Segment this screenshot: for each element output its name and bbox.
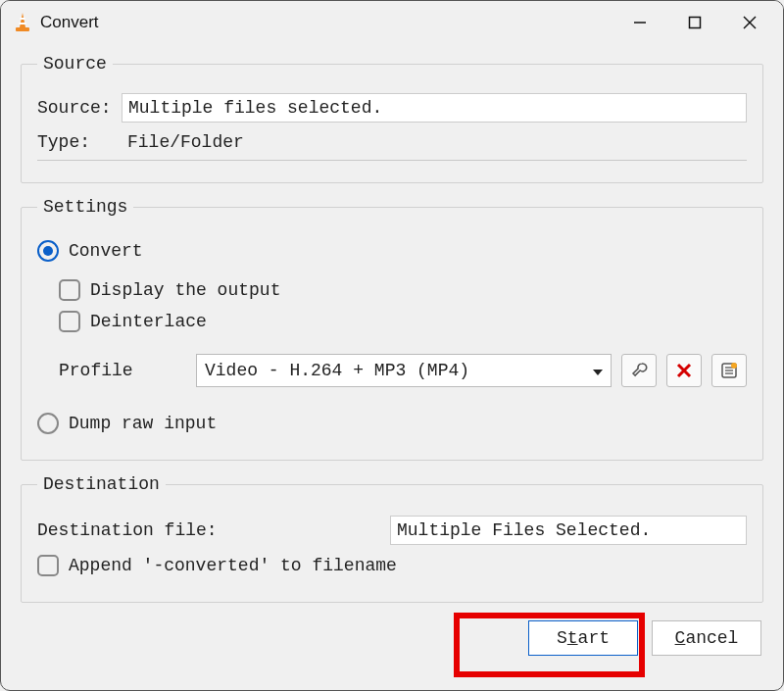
wrench-icon xyxy=(630,362,648,379)
start-button[interactable]: Start xyxy=(528,620,638,656)
svg-rect-3 xyxy=(16,27,29,31)
deinterlace-checkbox[interactable] xyxy=(59,311,80,332)
svg-rect-1 xyxy=(21,18,25,20)
type-value: File/Folder xyxy=(122,130,747,154)
dump-raw-label: Dump raw input xyxy=(69,414,217,433)
maximize-icon xyxy=(688,16,702,29)
destination-file-field[interactable]: Multiple Files Selected. xyxy=(390,516,747,545)
window-title: Convert xyxy=(40,13,99,32)
window-controls xyxy=(612,1,777,44)
svg-rect-2 xyxy=(20,23,26,25)
svg-marker-8 xyxy=(593,370,603,375)
profile-label: Profile xyxy=(59,361,186,380)
display-output-checkbox-row[interactable]: Display the output xyxy=(59,279,747,301)
settings-group: Settings Convert Display the output Dein… xyxy=(21,197,763,461)
svg-rect-5 xyxy=(690,18,701,28)
profile-dropdown[interactable]: Video - H.264 + MP3 (MP4) xyxy=(196,354,612,387)
maximize-button[interactable] xyxy=(667,1,722,44)
convert-radio-row[interactable]: Convert xyxy=(37,240,747,262)
type-label: Type: xyxy=(37,132,122,152)
close-button[interactable] xyxy=(722,1,777,44)
source-group: Source Source: Multiple files selected. … xyxy=(21,54,763,183)
x-icon xyxy=(676,363,692,378)
destination-legend: Destination xyxy=(37,474,166,494)
destination-file-label: Destination file: xyxy=(37,520,390,540)
display-output-label: Display the output xyxy=(90,280,280,300)
append-converted-label: Append '-converted' to filename xyxy=(69,556,397,575)
new-profile-button[interactable] xyxy=(711,354,747,387)
destination-file-value: Multiple Files Selected. xyxy=(397,520,651,540)
new-profile-icon xyxy=(720,362,738,379)
minimize-icon xyxy=(633,16,647,29)
cancel-button[interactable]: Cancel xyxy=(652,620,761,656)
append-converted-row[interactable]: Append '-converted' to filename xyxy=(37,555,747,576)
deinterlace-label: Deinterlace xyxy=(90,312,207,331)
source-legend: Source xyxy=(37,54,113,74)
deinterlace-checkbox-row[interactable]: Deinterlace xyxy=(59,311,747,332)
dump-raw-radio[interactable] xyxy=(37,413,59,434)
dump-raw-radio-row[interactable]: Dump raw input xyxy=(37,413,747,434)
minimize-button[interactable] xyxy=(612,1,667,44)
convert-dialog: Convert Source Source: Multiple files xyxy=(0,0,784,691)
source-label: Source: xyxy=(37,98,122,118)
start-button-label: Start xyxy=(557,628,610,648)
cancel-button-label: Cancel xyxy=(675,628,739,648)
convert-radio[interactable] xyxy=(37,240,59,262)
convert-radio-label: Convert xyxy=(69,241,143,261)
title-bar: Convert xyxy=(1,1,783,44)
display-output-checkbox[interactable] xyxy=(59,279,80,301)
source-field-value: Multiple files selected. xyxy=(128,98,382,118)
delete-profile-button[interactable] xyxy=(666,354,702,387)
close-icon xyxy=(742,15,758,30)
vlc-cone-icon xyxy=(13,13,32,32)
svg-point-15 xyxy=(731,363,737,369)
settings-legend: Settings xyxy=(37,197,133,217)
svg-marker-0 xyxy=(20,13,25,27)
chevron-down-icon xyxy=(593,361,603,380)
profile-value: Video - H.264 + MP3 (MP4) xyxy=(205,361,469,380)
source-field[interactable]: Multiple files selected. xyxy=(122,93,747,123)
append-converted-checkbox[interactable] xyxy=(37,555,59,576)
edit-profile-button[interactable] xyxy=(621,354,657,387)
destination-group: Destination Destination file: Multiple F… xyxy=(21,474,763,603)
